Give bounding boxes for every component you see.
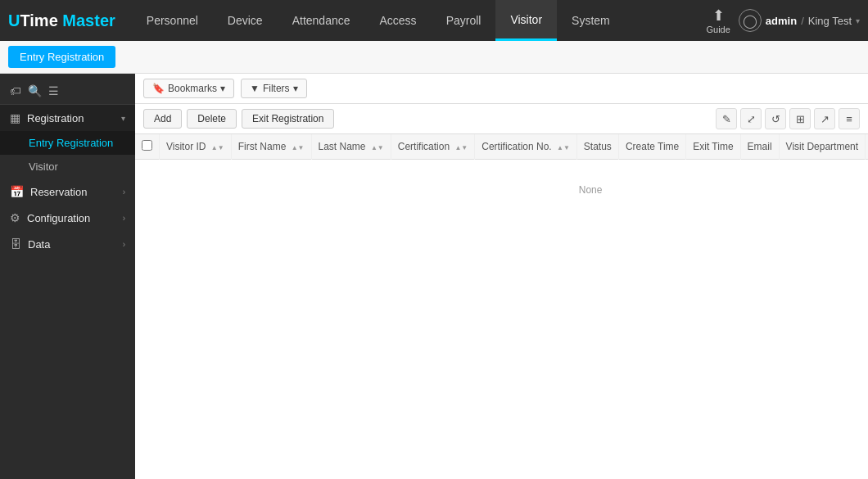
sidebar-reservation-label: Reservation [30, 186, 87, 198]
exit-registration-button[interactable]: Exit Registration [242, 109, 334, 129]
sort-certification-no: ▲▼ [557, 145, 570, 151]
table-container: Visitor ID ▲▼ First Name ▲▼ Last Name ▲▼ [135, 134, 868, 479]
nav-right: ⬆ Guide ◯ admin/King Test ▾ [706, 7, 860, 34]
admin-label: admin [766, 15, 797, 27]
app-logo[interactable]: UTime Master [8, 11, 115, 30]
sidebar-top-icons: 🏷 🔍 ☰ [0, 78, 135, 105]
sidebar-group-data-left: 🗄 Data [10, 237, 50, 251]
sidebar-group-registration[interactable]: ▦ Registration ▾ [0, 105, 135, 131]
sidebar-data-label: Data [28, 238, 50, 251]
grid-icon: ▦ [10, 111, 20, 124]
empty-message: None [135, 160, 868, 221]
col-first-name[interactable]: First Name ▲▼ [231, 134, 311, 160]
filters-button[interactable]: ▼ Filters ▾ [241, 79, 307, 98]
data-table: Visitor ID ▲▼ First Name ▲▼ Last Name ▲▼ [135, 134, 868, 220]
sidebar-group-reservation[interactable]: 📅 Reservation › [0, 178, 135, 205]
calendar-icon: 📅 [10, 185, 24, 198]
slash: / [801, 15, 804, 27]
expand-icon-btn[interactable]: ⤢ [740, 108, 762, 129]
table-header: Visitor ID ▲▼ First Name ▲▼ Last Name ▲▼ [135, 134, 868, 160]
column-settings-icon-btn[interactable]: ≡ [839, 108, 860, 129]
select-all-header[interactable] [135, 134, 160, 160]
col-certification[interactable]: Certification ▲▼ [391, 134, 475, 160]
bookmarks-button[interactable]: 🔖 Bookmarks ▾ [143, 79, 234, 98]
col-host-visited[interactable]: Host/Visited [866, 134, 868, 160]
icon-buttons: ✎ ⤢ ↺ ⊞ ↗ ≡ [716, 108, 860, 129]
col-certification-no[interactable]: Certification No. ▲▼ [475, 134, 577, 160]
nav-system[interactable]: System [557, 0, 625, 41]
user-info[interactable]: ◯ admin/King Test ▾ [739, 9, 860, 32]
filter-icon: ▼ [250, 83, 260, 94]
col-visitor-id[interactable]: Visitor ID ▲▼ [160, 134, 232, 160]
filters-chevron-icon: ▾ [293, 83, 298, 94]
search-icon[interactable]: 🔍 [28, 84, 42, 97]
sidebar-group-data[interactable]: 🗄 Data › [0, 231, 135, 257]
sort-certification: ▲▼ [454, 145, 468, 151]
layout-icon-btn[interactable]: ⊞ [789, 108, 811, 129]
sidebar-group-reservation-left: 📅 Reservation [10, 185, 87, 198]
user-avatar: ◯ [739, 9, 762, 32]
bookmarks-label: Bookmarks [168, 83, 217, 94]
action-row: Add Delete Exit Registration ✎ ⤢ ↺ ⊞ ↗ ≡ [135, 104, 868, 134]
col-create-time[interactable]: Create Time [618, 134, 685, 160]
empty-row: None [135, 160, 868, 221]
logo-master: Master [62, 11, 115, 29]
sort-last-name: ▲▼ [371, 145, 384, 151]
top-nav: UTime Master Personnel Device Attendance… [0, 0, 868, 41]
sidebar-registration-label: Registration [27, 112, 84, 124]
edit-icon-btn[interactable]: ✎ [716, 108, 737, 129]
tag-icon[interactable]: 🏷 [10, 84, 21, 97]
bookmark-icon: 🔖 [152, 83, 165, 94]
toolbar: 🔖 Bookmarks ▾ ▼ Filters ▾ [135, 74, 868, 104]
col-last-name[interactable]: Last Name ▲▼ [311, 134, 391, 160]
chevron-right-icon: › [123, 188, 125, 197]
guide-button[interactable]: ⬆ Guide [706, 7, 730, 34]
nav-payroll[interactable]: Payroll [432, 0, 496, 41]
nav-items: Personnel Device Attendance Access Payro… [132, 0, 707, 41]
col-exit-time[interactable]: Exit Time [686, 134, 740, 160]
col-email[interactable]: Email [740, 134, 779, 160]
nav-device[interactable]: Device [213, 0, 278, 41]
nav-access[interactable]: Access [365, 0, 432, 41]
logo-u: U [8, 11, 20, 29]
sidebar-group-configuration[interactable]: ⚙ Configuration › [0, 205, 135, 231]
guide-label: Guide [706, 25, 730, 34]
col-visit-department[interactable]: Visit Department [779, 134, 865, 160]
chevron-down-icon: ▾ [121, 114, 125, 123]
delete-button[interactable]: Delete [187, 109, 237, 129]
gear-icon: ⚙ [10, 211, 20, 224]
sidebar-group-configuration-left: ⚙ Configuration [10, 211, 90, 224]
guide-icon: ⬆ [712, 7, 725, 25]
table-body: None [135, 160, 868, 221]
bookmarks-chevron-icon: ▾ [220, 83, 225, 94]
filters-label: Filters [263, 83, 290, 94]
select-all-checkbox[interactable] [142, 140, 152, 151]
sidebar-configuration-label: Configuration [27, 212, 90, 224]
nav-attendance[interactable]: Attendance [278, 0, 365, 41]
chevron-right-icon3: › [123, 240, 125, 249]
share-icon-btn[interactable]: ↗ [814, 108, 835, 129]
nav-visitor[interactable]: Visitor [495, 0, 557, 41]
sidebar-item-entry-registration[interactable]: Entry Registration [0, 131, 135, 155]
username-label: King Test [808, 15, 852, 27]
entry-registration-tab[interactable]: Entry Registration [8, 46, 115, 68]
col-status[interactable]: Status [576, 134, 618, 160]
refresh-icon-btn[interactable]: ↺ [765, 108, 786, 129]
sort-visitor-id: ▲▼ [211, 145, 224, 151]
sidebar-item-visitor[interactable]: Visitor [0, 155, 135, 178]
avatar-icon: ◯ [743, 13, 757, 29]
add-button[interactable]: Add [143, 109, 182, 129]
nav-personnel[interactable]: Personnel [132, 0, 213, 41]
logo-time: Time [20, 11, 62, 29]
database-icon: 🗄 [10, 237, 21, 251]
sidebar-group-registration-left: ▦ Registration [10, 111, 84, 124]
sub-nav: Entry Registration [0, 41, 868, 74]
list-icon[interactable]: ☰ [48, 84, 59, 97]
main-layout: 🏷 🔍 ☰ ▦ Registration ▾ Entry Registratio… [0, 74, 868, 479]
sidebar: 🏷 🔍 ☰ ▦ Registration ▾ Entry Registratio… [0, 74, 135, 479]
user-dropdown-icon: ▾ [856, 16, 860, 25]
sort-first-name: ▲▼ [292, 145, 305, 151]
content-area: 🔖 Bookmarks ▾ ▼ Filters ▾ Add Delete Exi… [135, 74, 868, 479]
chevron-right-icon2: › [123, 214, 125, 223]
